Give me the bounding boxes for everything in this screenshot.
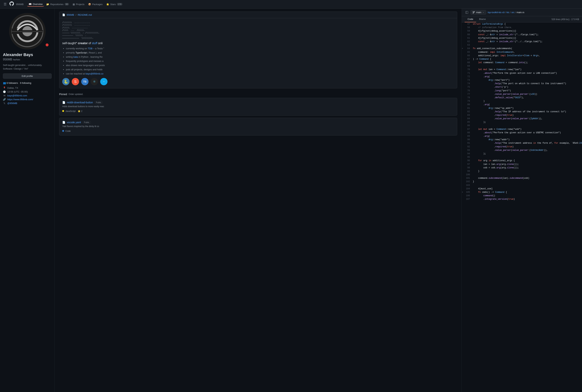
fold-button [462, 128, 463, 131]
readme-user-link[interactable]: 956MB [67, 14, 74, 16]
sidebar-toggle-button[interactable] [465, 10, 469, 14]
fold-button [462, 194, 463, 198]
line-content: .help("The instrument address in the for… [472, 142, 582, 145]
line-content: .required(true) [472, 114, 582, 117]
line-content: // information from there. [472, 26, 582, 30]
fold-button [462, 187, 463, 190]
breadcrumb-repo[interactable]: tsp-toolkit-kic-cli [488, 11, 505, 14]
tab-repositories[interactable]: 📁 Repositories 98 [45, 2, 70, 6]
tab-blame[interactable]: Blame [476, 16, 489, 22]
table-row: 70 let mut lan = Command::new("lan") [462, 68, 582, 72]
table-row: 68 let command: Command = command.into()… [462, 61, 582, 64]
breadcrumb-path2[interactable]: src [511, 11, 515, 14]
fold-button [462, 166, 463, 170]
tab-packages[interactable]: 📦 Packages [87, 2, 104, 6]
star-count-0: ⭐ 2 [78, 110, 82, 112]
tab-overview[interactable]: 📖 Overview [27, 2, 44, 6]
email-row: ✉ bays@956mb.com [3, 94, 52, 97]
email-link[interactable]: bays@956mb.com [7, 94, 27, 97]
contact-link[interactable]: bays@956mb.co [86, 72, 103, 75]
tab-code[interactable]: Code [465, 16, 476, 22]
readme-bullets: currently working on TDB – a Tesla " pri… [62, 47, 454, 75]
line-content: Arg::new("addr") [472, 138, 582, 142]
code-body[interactable]: 47struct LanTerminateArgs {58 // informa… [462, 22, 582, 392]
breadcrumb-path1[interactable]: kic [507, 11, 510, 14]
line-content: fn add_connection_subcommands( [472, 47, 582, 50]
line-number: 91 [463, 142, 472, 145]
pinned-card-name-1[interactable]: vscode.yaml [67, 121, 81, 124]
fold-button [462, 54, 463, 58]
line-number: 79 [463, 100, 472, 103]
table-row: 107 .integrate_version(true) [462, 198, 582, 201]
tailwind-icon: ~ [100, 78, 107, 85]
table-row: 104 #[must_use] [462, 187, 582, 190]
line-number: 88 [463, 131, 472, 134]
table-row: 86 [462, 124, 582, 128]
branch-selector[interactable]: main [471, 10, 486, 14]
following-link[interactable]: 9 following [20, 82, 31, 84]
stars-count: 178 [117, 3, 122, 6]
readme-body: /\\\\\\\ ............. /\\\\\\\ ........… [59, 18, 457, 88]
line-number: 58 [463, 26, 472, 30]
line-number: 100 [463, 173, 472, 176]
repo-icon-0: 📄 [62, 101, 65, 104]
fold-button [462, 117, 463, 120]
line-content [472, 184, 582, 187]
readme-file-link[interactable]: README.md [78, 14, 92, 16]
fold-button [462, 110, 463, 114]
website-link[interactable]: https://www.956mb.com/ [7, 98, 33, 101]
tdb-link[interactable]: TDB [88, 47, 92, 50]
table-row: 61 #[cfg(not(debug_assertions))] [462, 36, 582, 40]
table-row: 60 const _: &str = include_str!("../Carg… [462, 33, 582, 36]
line-content: let command: Command = command.into(); [472, 61, 582, 64]
fold-button [462, 103, 463, 106]
hamburger-button[interactable]: ☰ [3, 2, 7, 7]
fold-button [462, 148, 463, 152]
kata-link[interactable]: kata [73, 56, 78, 58]
pinned-card-name-0[interactable]: reddit-download-button [67, 101, 93, 104]
line-content: const _: &str = include_str!("../../Carg… [472, 40, 582, 44]
line-number: 104 [463, 187, 472, 190]
readme-ascii: /\\\\\\\ ............. /\\\\\\\ ........… [62, 21, 454, 40]
twitter-row: 𝕏 @956MB [3, 102, 52, 104]
line-content: ); [472, 152, 582, 156]
fold-button[interactable]: ▾ [462, 47, 463, 50]
line-number: 82 [463, 110, 472, 114]
line-number: 89 [463, 134, 472, 138]
followers-link[interactable]: 6 followers [6, 82, 18, 84]
line-number: 97 [463, 163, 472, 166]
table-row: 85 ); [462, 120, 582, 124]
line-content [472, 64, 582, 68]
line-content: } [472, 170, 582, 173]
center-content: 📄 956MB / README.md /\\\\\\\ ...........… [55, 8, 462, 392]
tab-projects[interactable]: ▦ Projects [71, 2, 86, 6]
profile-bio: Self-taught generalist... unfortunately.… [3, 63, 52, 70]
tab-stars[interactable]: ⭐ Stars 178 [105, 2, 124, 6]
people-icon: 👥 [3, 82, 6, 84]
fold-button[interactable]: ▾ [462, 190, 463, 194]
line-number: 105 [463, 190, 472, 194]
fold-button [462, 124, 463, 128]
table-row: 81 Arg::new("ip_addr") [462, 107, 582, 110]
line-number: 70 [463, 68, 472, 72]
line-content: .integrate_version(true) [472, 198, 582, 201]
twitter-link[interactable]: @956MB [7, 102, 17, 104]
line-number: 63 [463, 44, 472, 47]
line-content: ) [472, 100, 582, 103]
fold-button [462, 152, 463, 156]
fold-button [462, 120, 463, 124]
table-row: ▾105 fn cmds() -> Command { [462, 190, 582, 194]
edit-profile-button[interactable]: Edit profile [3, 74, 52, 79]
fold-button [462, 86, 463, 89]
star-icon-0: ⭐ [78, 110, 80, 112]
fold-button [462, 22, 463, 26]
line-number: 96 [463, 159, 472, 162]
table-row: 72 .arg( [462, 75, 582, 78]
table-row: 47struct LanTerminateArgs { [462, 22, 582, 26]
fold-button [462, 82, 463, 86]
line-number: 92 [463, 145, 472, 148]
line-content: lan = lan.arg(arg.clone()); [472, 163, 582, 166]
avatar-container [3, 13, 52, 50]
table-row: 67) -> Command { [462, 58, 582, 61]
pinned-label: Pinned [59, 93, 67, 96]
